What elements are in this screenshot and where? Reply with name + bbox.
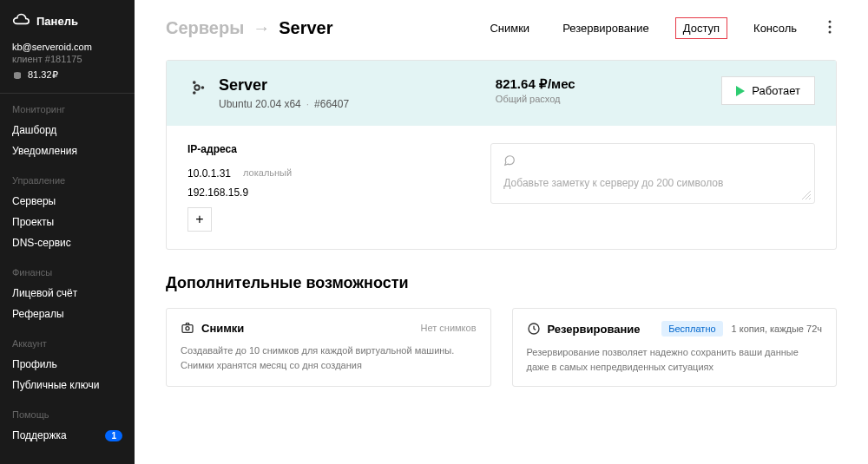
ip-row: 10.0.1.31 локальный [187,167,470,180]
ip-label: локальный [243,167,292,180]
server-header: Server Ubuntu 20.04 x64·#66407 821.64 ₽/… [167,61,836,126]
svg-point-5 [201,86,205,89]
account-balance[interactable]: 81.32₽ [12,69,122,81]
features-row: Снимки Нет снимков Создавайте до 10 сним… [166,308,837,387]
svg-point-3 [829,31,832,34]
server-meta: Ubuntu 20.04 x64·#66407 [219,98,349,110]
sidebar-section-management: Управление Серверы Проекты DNS-сервис [0,165,135,257]
server-price-sub: Общий расход [496,94,575,104]
sidebar-title: Панель [36,15,78,28]
sidebar-account: kb@serveroid.com клиент #181175 81.32₽ [0,42,135,94]
sidebar: Панель kb@serveroid.com клиент #181175 8… [0,0,135,464]
account-email[interactable]: kb@serveroid.com [12,42,122,52]
feature-card-backup[interactable]: Резервирование Бесплатно 1 копия, каждые… [512,308,838,387]
sidebar-item-servers[interactable]: Серверы [0,191,135,212]
server-name: Server [219,76,349,95]
logo-icon [12,12,30,29]
dots-vertical-icon [828,20,832,34]
sidebar-item-profile[interactable]: Профиль [0,354,135,375]
server-os: Ubuntu 20.04 x64 [219,98,301,110]
camera-icon [181,321,194,335]
sidebar-item-support[interactable]: Поддержка 1 [0,425,135,446]
sidebar-item-public-keys[interactable]: Публичные ключи [0,375,135,395]
feature-title: Снимки [201,322,244,335]
server-id: #66407 [314,98,349,110]
clock-icon [527,322,541,336]
sidebar-item-referrals[interactable]: Рефералы [0,304,135,324]
tab-console[interactable]: Консоль [746,18,804,38]
server-card: Server Ubuntu 20.04 x64·#66407 821.64 ₽/… [166,60,837,250]
coins-icon [12,70,23,81]
svg-point-1 [829,21,832,23]
ip-row: 192.168.15.9 [187,186,470,199]
svg-rect-8 [182,325,193,333]
add-ip-button[interactable]: + [187,207,212,232]
svg-point-2 [829,26,832,29]
breadcrumb-bar: Серверы → Server Снимки Резервирование Д… [166,17,837,39]
svg-point-4 [194,85,200,90]
svg-point-7 [193,91,196,95]
tab-snapshots[interactable]: Снимки [483,18,536,38]
breadcrumb-current: Server [279,18,332,38]
resize-handle-icon[interactable] [802,191,811,199]
feature-desc: Создавайте до 10 снимков для каждой вирт… [181,343,477,372]
sidebar-section-help: Помощь Поддержка 1 [0,399,135,449]
server-body: IP-адреса 10.0.1.31 локальный 192.168.15… [167,126,836,249]
sidebar-section-account: Аккаунт Профиль Публичные ключи [0,328,135,399]
sidebar-item-projects[interactable]: Проекты [0,212,135,232]
sidebar-item-account-balance[interactable]: Лицевой счёт [0,283,135,304]
section-title: Управление [0,175,135,191]
section-title: Мониторинг [0,104,135,120]
feature-desc: Резервирование позволяет надежно сохрани… [527,345,823,374]
account-client: клиент #181175 [12,54,122,64]
backup-badge: Бесплатно [661,321,722,337]
features-title: Дополнительные возможности [166,274,837,292]
backup-schedule: 1 копия, каждые 72ч [732,323,822,334]
sidebar-section-finance: Финансы Лицевой счёт Рефералы [0,257,135,328]
sidebar-item-notifications[interactable]: Уведомления [0,141,135,161]
tab-bar: Снимки Резервирование Доступ Консоль [483,17,837,39]
snapshots-status: Нет снимков [421,323,477,333]
sidebar-item-dns[interactable]: DNS-сервис [0,232,135,253]
breadcrumb: Серверы → Server [166,18,333,38]
tab-access[interactable]: Доступ [675,17,727,39]
feature-card-snapshots[interactable]: Снимки Нет снимков Создавайте до 10 сним… [166,308,491,387]
ubuntu-icon [187,78,207,97]
ip-addresses-title: IP-адреса [187,143,470,155]
sidebar-section-monitoring: Мониторинг Дашборд Уведомления [0,94,135,165]
chat-icon [503,154,516,167]
server-price: 821.64 ₽/мес [496,76,575,92]
section-title: Помощь [0,409,135,425]
svg-point-6 [193,81,196,84]
ip-address[interactable]: 192.168.15.9 [187,186,248,199]
play-icon [736,86,745,96]
sidebar-header: Панель [0,0,135,42]
ip-address[interactable]: 10.0.1.31 [187,167,231,180]
server-note-input[interactable] [503,177,802,189]
support-badge: 1 [105,430,122,441]
note-box [490,143,815,204]
svg-point-9 [186,327,189,330]
section-title: Финансы [0,267,135,283]
main-content: Серверы → Server Снимки Резервирование Д… [135,0,868,464]
sidebar-item-dashboard[interactable]: Дашборд [0,120,135,141]
arrow-right-icon: → [253,18,270,38]
server-status-button[interactable]: Работает [721,76,815,105]
tab-backup[interactable]: Резервирование [556,18,656,38]
feature-title: Резервирование [548,323,641,336]
section-title: Аккаунт [0,338,135,354]
breadcrumb-parent[interactable]: Серверы [166,18,244,38]
more-menu-button[interactable] [823,20,837,36]
